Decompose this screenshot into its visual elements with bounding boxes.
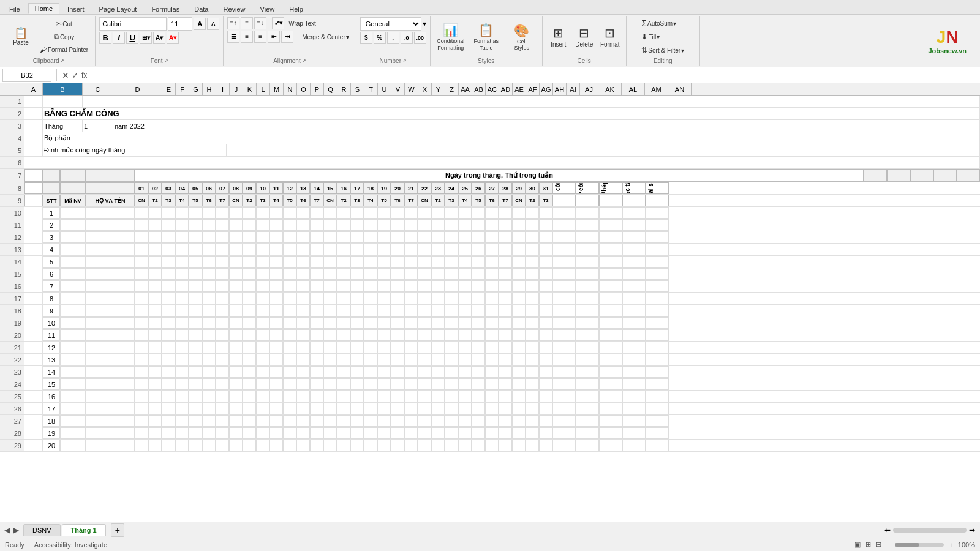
cell-day-13-26[interactable] <box>472 354 485 365</box>
cell-day-11-10[interactable] <box>256 329 270 341</box>
cell-day-1-8[interactable] <box>229 207 243 219</box>
cell-day-4-11[interactable] <box>270 244 283 255</box>
cell-day-11-30[interactable] <box>526 329 539 341</box>
cell-sum-16-3[interactable] <box>622 391 646 402</box>
cell-day-4-22[interactable] <box>418 244 431 255</box>
cell-sum-12-3[interactable] <box>622 342 646 353</box>
tab-file[interactable]: File <box>2 4 27 14</box>
cell-day-6-18[interactable] <box>364 268 377 280</box>
col-header-b[interactable]: B <box>43 83 83 95</box>
cell-day-19-5[interactable] <box>189 427 202 439</box>
day-15[interactable]: 15 <box>323 182 337 194</box>
cell-day-4-12[interactable] <box>283 244 296 255</box>
cell-day-7-30[interactable] <box>526 280 539 292</box>
font-size-increase[interactable]: A <box>194 18 206 30</box>
percent-button[interactable]: % <box>374 32 386 44</box>
align-middle-button[interactable]: ≡ <box>241 17 253 29</box>
cell-day-5-14[interactable] <box>310 256 323 268</box>
cell-day-16-19[interactable] <box>377 391 391 402</box>
cell-sum-18-4[interactable] <box>646 415 669 427</box>
cell-day-10-17[interactable] <box>350 317 364 329</box>
cell-day-17-19[interactable] <box>377 403 391 414</box>
cell-sum-5-2[interactable] <box>599 256 622 268</box>
cell-day-13-30[interactable] <box>526 354 539 365</box>
cell-day-15-17[interactable] <box>350 378 364 390</box>
cell-day-11-17[interactable] <box>350 329 364 341</box>
insert-button[interactable]: ⊞ Insert <box>546 17 571 56</box>
dt-12[interactable]: T5 <box>283 195 296 206</box>
cell-stt-11[interactable]: 11 <box>43 329 60 341</box>
du-cong-empty[interactable] <box>552 195 576 206</box>
cell-day-12-23[interactable] <box>431 342 445 353</box>
cell-a-12[interactable] <box>24 231 43 243</box>
cell-sum-20-2[interactable] <box>599 440 622 451</box>
font-expand-icon[interactable]: ↗ <box>164 58 168 64</box>
cell-day-5-9[interactable] <box>243 256 256 268</box>
cell-sum-3-1[interactable] <box>576 231 599 243</box>
cell-sum-15-2[interactable] <box>599 378 622 390</box>
cell-day-11-26[interactable] <box>472 329 485 341</box>
cell-day-5-1[interactable] <box>135 256 148 268</box>
cell-day-12-3[interactable] <box>162 342 175 353</box>
cell-day-10-16[interactable] <box>337 317 350 329</box>
cell-sum-13-0[interactable] <box>552 354 576 365</box>
day-11[interactable]: 11 <box>270 182 283 194</box>
cell-day-3-2[interactable] <box>148 231 162 243</box>
cell-day-18-31[interactable] <box>539 415 552 427</box>
cell-day-18-22[interactable] <box>418 415 431 427</box>
nu-cong-empty[interactable] <box>576 195 599 206</box>
col-header-p[interactable]: P <box>311 83 324 95</box>
cell-day-6-5[interactable] <box>189 268 202 280</box>
cell-day-17-13[interactable] <box>296 403 310 414</box>
cell-sum-6-4[interactable] <box>646 268 669 280</box>
du-cong-col[interactable]: Đủ công <box>552 182 576 194</box>
tab-home[interactable]: Home <box>28 3 59 14</box>
cell-day-13-2[interactable] <box>148 354 162 365</box>
cell-day-13-28[interactable] <box>499 354 512 365</box>
cell-day-12-16[interactable] <box>337 342 350 353</box>
row-num-21[interactable]: 21 <box>0 342 24 353</box>
cell-day-20-9[interactable] <box>243 440 256 451</box>
merge-center-button[interactable]: Merge & Center ▾ <box>299 31 352 43</box>
cell-day-8-4[interactable] <box>175 293 189 304</box>
cut-button[interactable]: ✂ Cut <box>37 18 91 30</box>
scroll-right-icon[interactable]: ▶ <box>12 526 21 534</box>
cell-day-15-10[interactable] <box>256 378 270 390</box>
cell-day-20-14[interactable] <box>310 440 323 451</box>
cell-day-4-31[interactable] <box>539 244 552 255</box>
cell-a-20[interactable] <box>24 329 43 341</box>
cell-day-10-28[interactable] <box>499 317 512 329</box>
col-header-af[interactable]: AF <box>526 83 540 95</box>
cell-day-13-25[interactable] <box>458 354 472 365</box>
cell-day-11-31[interactable] <box>539 329 552 341</box>
cell-day-20-3[interactable] <box>162 440 175 451</box>
cell-day-1-26[interactable] <box>472 207 485 219</box>
cell-day-20-4[interactable] <box>175 440 189 451</box>
font-name-input[interactable] <box>99 17 167 31</box>
cell-day-4-30[interactable] <box>526 244 539 255</box>
cell-styles-button[interactable]: 🎨 Cell Styles <box>505 17 538 56</box>
cell-day-3-5[interactable] <box>189 231 202 243</box>
cell-a-10[interactable] <box>24 207 43 219</box>
cell-day-16-22[interactable] <box>418 391 431 402</box>
cell-day-14-12[interactable] <box>283 366 296 378</box>
cell-day-19-18[interactable] <box>364 427 377 439</box>
cell-day-16-12[interactable] <box>283 391 296 402</box>
formula-input[interactable] <box>89 69 978 82</box>
cell-day-18-23[interactable] <box>431 415 445 427</box>
cell-a8[interactable] <box>24 182 43 194</box>
cell-manv-10[interactable] <box>60 317 86 329</box>
cell-day-9-12[interactable] <box>283 305 296 317</box>
cell-day-9-27[interactable] <box>485 305 499 317</box>
cell-day-13-29[interactable] <box>512 354 526 365</box>
cell-day-15-22[interactable] <box>418 378 431 390</box>
cell-day-20-11[interactable] <box>270 440 283 451</box>
cell-sum-18-3[interactable] <box>622 415 646 427</box>
dt-25[interactable]: T4 <box>458 195 472 206</box>
cell-day-9-5[interactable] <box>189 305 202 317</box>
cell-day-4-1[interactable] <box>135 244 148 255</box>
cell-day-10-13[interactable] <box>296 317 310 329</box>
cell-day-13-24[interactable] <box>445 354 458 365</box>
cell-hoten-19[interactable] <box>86 427 135 439</box>
cell-sum-20-4[interactable] <box>646 440 669 451</box>
